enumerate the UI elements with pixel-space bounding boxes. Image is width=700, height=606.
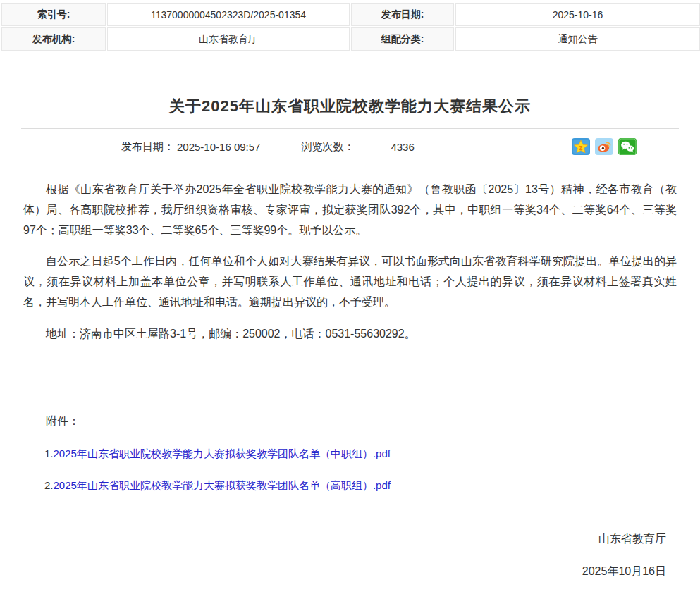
paragraph-basis: 根据《山东省教育厅关于举办2025年全省职业院校教学能力大赛的通知》（鲁教职函〔…: [23, 179, 677, 240]
wechat-share-icon[interactable]: [618, 138, 637, 155]
attachments-section: 附件： 1.2025年山东省职业院校教学能力大赛拟获奖教学团队名单（中职组）.p…: [23, 414, 677, 493]
index-number-label: 索引号:: [1, 3, 106, 26]
meta-publish-date-label: 发布日期：: [121, 140, 174, 154]
attachment-item: 2.2025年山东省职业院校教学能力大赛拟获奖教学团队名单（高职组）.pdf: [23, 478, 677, 493]
signature-date: 2025年10月16日: [0, 564, 666, 579]
document-info-table: 索引号: 11370000004502323D/2025-01354 发布日期:…: [0, 1, 700, 52]
svg-text:z: z: [579, 144, 583, 152]
attachment-link-zhongzhi-pdf[interactable]: 2025年山东省职业院校教学能力大赛拟获奖教学团队名单（中职组）.pdf: [54, 447, 391, 459]
weibo-share-icon[interactable]: [595, 138, 613, 155]
attachment-number: 1.: [44, 447, 54, 459]
publish-org-value: 山东省教育厅: [107, 27, 350, 51]
publish-org-label: 发布机构:: [1, 27, 106, 51]
share-bar: z: [572, 138, 637, 155]
article-meta-row: 发布日期： 2025-10-16 09:57 浏览次数： 4336 z: [0, 129, 700, 155]
article-body: 根据《山东省教育厅关于举办2025年全省职业院校教学能力大赛的通知》（鲁教职函〔…: [23, 179, 677, 344]
paragraph-address: 地址：济南市中区土屋路3-1号，邮编：250002，电话：0531-556302…: [23, 323, 677, 344]
info-table-row: 索引号: 11370000004502323D/2025-01354 发布日期:…: [1, 3, 700, 26]
signature-block: 山东省教育厅 2025年10月16日: [0, 532, 700, 579]
publish-date-value: 2025-10-16: [455, 3, 700, 26]
info-table-row: 发布机构: 山东省教育厅 组配分类: 通知公告: [1, 27, 700, 51]
attachment-number: 2.: [44, 479, 54, 491]
attachments-heading: 附件：: [23, 414, 677, 428]
paragraph-objection: 自公示之日起5个工作日内，任何单位和个人如对大赛结果有异议，可以书面形式向山东省…: [23, 251, 677, 312]
attachment-item: 1.2025年山东省职业院校教学能力大赛拟获奖教学团队名单（中职组）.pdf: [23, 447, 677, 461]
meta-views-label: 浏览次数：: [301, 140, 354, 154]
index-number-value: 11370000004502323D/2025-01354: [107, 3, 350, 26]
category-value: 通知公告: [455, 27, 700, 51]
meta-views-value: 4336: [391, 141, 414, 153]
meta-publish-date-value: 2025-10-16 09:57: [177, 141, 260, 153]
attachment-link-gaozhi-pdf[interactable]: 2025年山东省职业院校教学能力大赛拟获奖教学团队名单（高职组）.pdf: [54, 479, 391, 491]
signature-organization: 山东省教育厅: [0, 532, 666, 546]
page-title: 关于2025年山东省职业院校教学能力大赛结果公示: [21, 96, 679, 117]
category-label: 组配分类:: [351, 27, 454, 51]
qzone-share-icon[interactable]: z: [572, 138, 590, 155]
publish-date-label: 发布日期:: [351, 3, 454, 26]
